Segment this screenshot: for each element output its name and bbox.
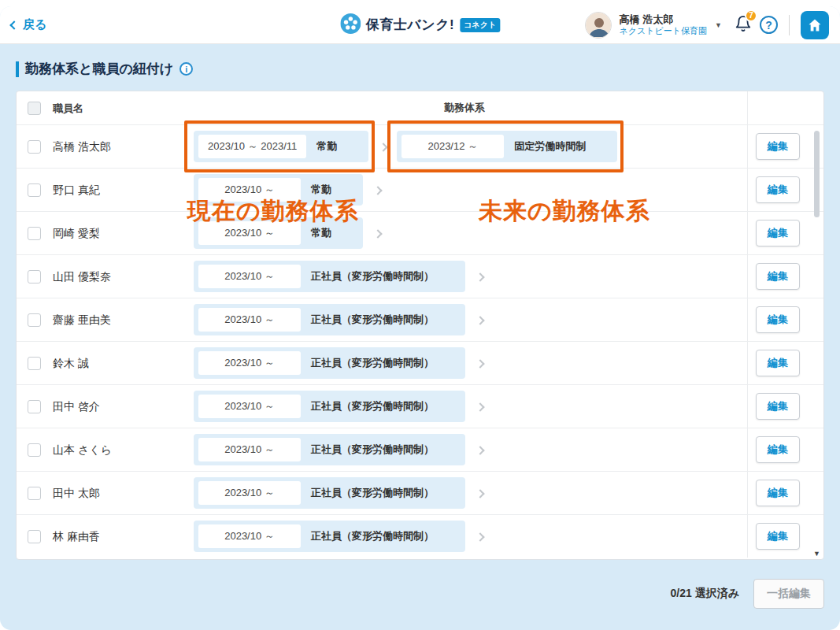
table-row: 山本 さくら 2023/10 ～ 正社員（変形労働時間制） 編集: [17, 428, 823, 471]
scroll-down-button[interactable]: ▼: [813, 550, 820, 558]
schedule-period-input[interactable]: 2023/10 ～: [198, 265, 301, 288]
current-schedule[interactable]: 2023/10 ～ 正社員（変形労働時間制）: [194, 261, 465, 292]
user-info[interactable]: 高橋 浩太郎 ネクストビート保育園: [620, 13, 708, 37]
user-name: 高橋 浩太郎: [620, 13, 708, 26]
future-schedule[interactable]: 2023/12 ～ 固定労働時間制: [397, 131, 617, 162]
top-header: 戻る 保育士バンク! コネクト: [0, 6, 840, 44]
brand-badge: コネクト: [460, 18, 500, 32]
column-header-schedule: 勤務体系: [444, 101, 485, 115]
table-row: 齋藤 亜由美 2023/10 ～ 正社員（変形労働時間制） 編集: [17, 298, 823, 341]
row-checkbox[interactable]: [28, 400, 41, 413]
current-schedule[interactable]: 2023/10 ～ 正社員（変形労働時間制）: [194, 434, 465, 465]
edit-button[interactable]: 編集: [756, 523, 800, 550]
user-area: 高橋 浩太郎 ネクストビート保育園 ▼ 7 ?: [585, 11, 829, 39]
edit-button[interactable]: 編集: [756, 176, 800, 203]
notifications-button[interactable]: 7: [735, 15, 752, 35]
staff-name: 田中 啓介: [53, 400, 100, 413]
header-divider: [789, 15, 790, 35]
edit-button[interactable]: 編集: [756, 306, 800, 333]
schedule-period-input[interactable]: 2023/10 ～: [198, 221, 301, 245]
row-checkbox[interactable]: [28, 313, 41, 327]
staff-name: 野口 真紀: [53, 183, 100, 196]
chevron-right-icon: [477, 269, 483, 284]
schedule-period-input[interactable]: 2023/10 ～: [198, 351, 301, 375]
schedule-period-input[interactable]: 2023/10 ～: [198, 395, 301, 418]
edit-button[interactable]: 編集: [756, 436, 800, 463]
chevron-right-icon: [375, 183, 381, 197]
chevron-right-icon: [477, 399, 483, 413]
staff-name: 山田 優梨奈: [53, 270, 111, 283]
table-body: 高橋 浩太郎 2023/10 ～ 2023/11 常勤 2023/12 ～ 固定…: [17, 124, 823, 558]
chevron-down-icon[interactable]: ▼: [715, 21, 722, 29]
edit-button[interactable]: 編集: [756, 393, 800, 420]
row-checkbox[interactable]: [28, 530, 41, 543]
edit-button[interactable]: 編集: [756, 350, 800, 376]
schedule-type-label: 固定労働時間制: [514, 139, 586, 154]
current-schedule[interactable]: 2023/10 ～ 正社員（変形労働時間制）: [194, 347, 465, 379]
back-label: 戻る: [23, 17, 46, 32]
schedule-type-label: 正社員（変形労働時間制）: [311, 269, 434, 284]
current-schedule[interactable]: 2023/10 ～ 正社員（変形労働時間制）: [194, 391, 465, 422]
chevron-left-icon: [9, 20, 18, 29]
current-schedule[interactable]: 2023/10 ～ 常勤: [194, 174, 363, 206]
bulk-edit-button[interactable]: 一括編集: [753, 579, 824, 609]
current-schedule[interactable]: 2023/10 ～ 2023/11 常勤: [194, 131, 368, 162]
info-icon[interactable]: i: [179, 62, 193, 76]
schedule-type-label: 正社員（変形労働時間制）: [311, 356, 434, 370]
column-header-staff-name: 職員名: [53, 102, 83, 114]
row-checkbox[interactable]: [28, 443, 41, 457]
schedule-period-input[interactable]: 2023/10 ～: [198, 178, 301, 202]
schedule-type-label: 正社員（変形労働時間制）: [311, 313, 434, 327]
row-checkbox[interactable]: [28, 183, 41, 197]
schedule-period-input[interactable]: 2023/10 ～: [198, 524, 301, 548]
notification-badge: 7: [745, 9, 757, 22]
schedule-type-label: 常勤: [311, 226, 331, 240]
main-content: 勤務体系と職員の紐付け i 職員名 勤務体系 高橋 浩: [0, 44, 840, 609]
table-row: 岡崎 愛梨 2023/10 ～ 常勤 編集: [17, 211, 823, 254]
current-schedule[interactable]: 2023/10 ～ 正社員（変形労働時間制）: [194, 304, 465, 335]
schedule-period-input[interactable]: 2023/10 ～: [198, 438, 301, 461]
chevron-right-icon: [477, 529, 483, 543]
table-row: 田中 太郎 2023/10 ～ 正社員（変形労働時間制） 編集: [17, 471, 823, 514]
current-schedule[interactable]: 2023/10 ～ 正社員（変形労働時間制）: [194, 477, 465, 509]
schedule-type-label: 正社員（変形労働時間制）: [311, 399, 434, 413]
row-checkbox[interactable]: [28, 140, 41, 154]
schedule-type-label: 正社員（変形労働時間制）: [311, 443, 434, 457]
user-organization: ネクストビート保育園: [620, 26, 708, 37]
brand-name: 保育士バンク!: [366, 16, 454, 34]
bottom-bar: 0/21 選択済み 一括編集: [16, 579, 824, 609]
schedule-period-input[interactable]: 2023/10 ～: [198, 481, 301, 505]
row-checkbox[interactable]: [28, 487, 41, 500]
staff-name: 岡崎 愛梨: [53, 227, 100, 239]
chevron-right-icon: [477, 486, 483, 500]
current-schedule[interactable]: 2023/10 ～ 常勤: [194, 217, 363, 249]
current-schedule[interactable]: 2023/10 ～ 正社員（変形労働時間制）: [194, 521, 465, 552]
home-icon: [807, 17, 823, 33]
select-all-checkbox[interactable]: [28, 102, 41, 115]
row-checkbox[interactable]: [28, 270, 41, 284]
table-row: 林 麻由香 2023/10 ～ 正社員（変形労働時間制） 編集: [17, 514, 823, 558]
scrollbar-thumb[interactable]: [814, 131, 820, 217]
avatar[interactable]: [585, 12, 612, 39]
schedule-period-input[interactable]: 2023/12 ～: [401, 135, 504, 158]
chevron-right-icon: [380, 139, 387, 154]
schedule-type-label: 正社員（変形労働時間制）: [311, 529, 434, 543]
row-checkbox[interactable]: [28, 227, 41, 240]
table-row: 高橋 浩太郎 2023/10 ～ 2023/11 常勤 2023/12 ～ 固定…: [17, 124, 823, 168]
staff-name: 高橋 浩太郎: [53, 140, 111, 153]
edit-button[interactable]: 編集: [756, 480, 800, 506]
staff-table: 職員名 勤務体系 高橋 浩太郎 2023/10 ～ 2023/11 常勤: [16, 91, 824, 560]
schedule-period-input[interactable]: 2023/10 ～: [198, 308, 301, 332]
edit-button[interactable]: 編集: [756, 133, 800, 160]
row-checkbox[interactable]: [28, 357, 41, 370]
chevron-right-icon: [477, 356, 483, 370]
back-button[interactable]: 戻る: [11, 17, 46, 32]
table-row: 野口 真紀 2023/10 ～ 常勤 編集: [17, 168, 823, 211]
help-button[interactable]: ?: [760, 16, 778, 34]
edit-button[interactable]: 編集: [756, 220, 800, 246]
schedule-period-input[interactable]: 2023/10 ～ 2023/11: [198, 135, 306, 158]
staff-name: 田中 太郎: [53, 487, 100, 499]
schedule-type-label: 常勤: [311, 183, 331, 197]
edit-button[interactable]: 編集: [756, 263, 800, 290]
home-button[interactable]: [801, 11, 829, 39]
